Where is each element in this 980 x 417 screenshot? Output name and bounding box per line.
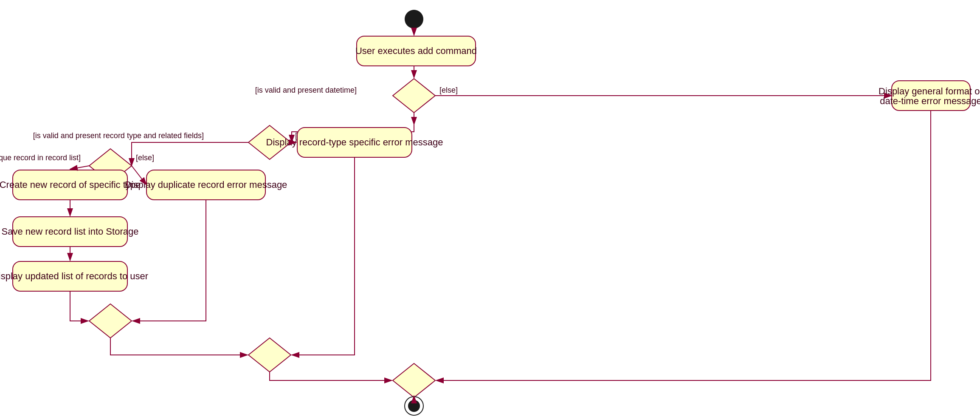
- display-duplicate-label: Display duplicate record error message: [125, 179, 287, 190]
- create-record-label: Create new record of specific type: [0, 179, 141, 190]
- diamond-datetime: [393, 79, 435, 113]
- arrow-dup-to-merge1: [132, 200, 206, 321]
- arrow-merge1-to-merge2: [110, 338, 248, 355]
- arrow-merge2-to-merge3: [270, 372, 392, 380]
- arrow-unique-to-create: [70, 166, 89, 169]
- arrow-general-err-to-merge3: [436, 111, 931, 380]
- arrow-display-to-merge1: [70, 291, 88, 321]
- guard-else-unique: [else]: [136, 153, 154, 162]
- merge-diamond-1: [89, 304, 132, 338]
- display-updated-label: Display updated list of records to user: [0, 271, 148, 281]
- merge-diamond-3: [393, 363, 435, 397]
- save-record-label: Save new record list into Storage: [2, 226, 139, 237]
- display-general-error-label2: date-time error message: [880, 96, 980, 106]
- end-inner: [408, 400, 420, 412]
- guard-else-datetime: [else]: [439, 86, 458, 94]
- merge-diamond-2: [248, 338, 291, 372]
- guard-valid-datetime: [is valid and present datetime]: [255, 86, 357, 94]
- display-general-error-label: Display general format or: [879, 86, 980, 96]
- user-executes-label: User executes add command: [355, 45, 477, 56]
- start-node: [405, 10, 423, 28]
- guard-valid-rt: [is valid and present record type and re…: [33, 131, 204, 140]
- arrow-rt-err-to-merge2: [292, 157, 355, 355]
- guard-unique: [is unique record in record list]: [0, 153, 81, 162]
